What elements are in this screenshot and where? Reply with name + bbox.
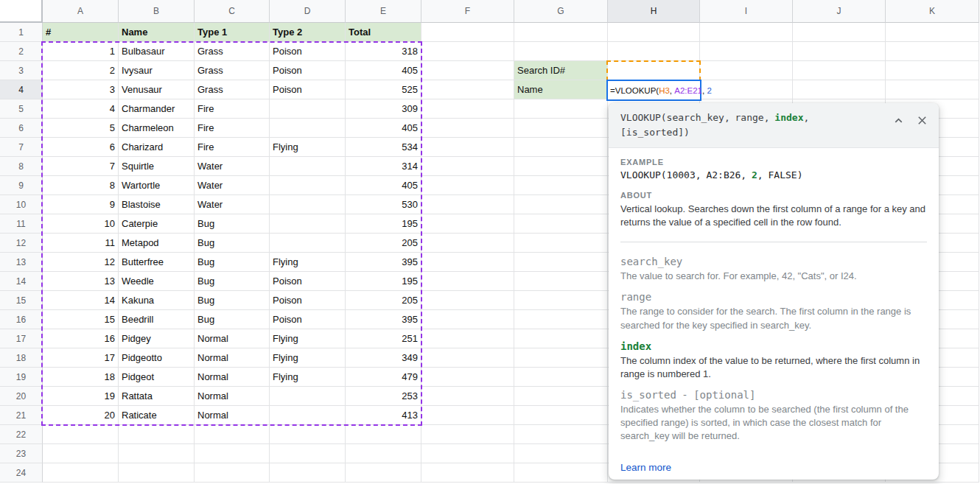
cell-F18[interactable] [421, 348, 514, 368]
cell-B20[interactable]: Rattata [119, 387, 195, 406]
cell-G4[interactable]: Name [514, 80, 608, 99]
cell-E6[interactable]: 405 [346, 119, 421, 138]
cell-D5[interactable] [270, 99, 346, 119]
cell-B15[interactable]: Kakuna [119, 291, 195, 310]
close-icon[interactable] [915, 113, 928, 127]
cell-B12[interactable]: Metapod [119, 234, 195, 253]
cell-D3[interactable]: Poison [270, 61, 346, 80]
cell-F11[interactable] [421, 214, 514, 234]
cell-F21[interactable] [421, 406, 514, 425]
cell-G5[interactable] [514, 99, 608, 119]
cell-G8[interactable] [514, 157, 608, 176]
cell-B7[interactable]: Charizard [119, 138, 195, 157]
cell-G6[interactable] [514, 119, 608, 138]
cell-H1[interactable] [608, 23, 700, 42]
cell-E13[interactable]: 395 [346, 253, 421, 272]
cell-C14[interactable]: Bug [195, 272, 270, 291]
cell-D21[interactable] [270, 406, 346, 425]
cell-D11[interactable] [270, 214, 346, 234]
cell-E7[interactable]: 534 [346, 138, 421, 157]
cell-B11[interactable]: Caterpie [119, 214, 195, 234]
cell-A7[interactable]: 6 [43, 138, 119, 157]
cell-F1[interactable] [421, 23, 514, 42]
cell-C2[interactable]: Grass [195, 42, 270, 61]
cell-G1[interactable] [514, 23, 608, 42]
collapse-icon[interactable] [892, 113, 905, 127]
cell-G16[interactable] [514, 310, 608, 329]
cell-B4[interactable]: Venusaur [119, 80, 195, 99]
cell-G22[interactable] [514, 425, 608, 444]
cell-C1[interactable]: Type 1 [195, 23, 270, 42]
formula-edit-box-H4[interactable]: =VLOOKUP(H3, A2:E21, 2 [606, 80, 701, 101]
cell-E14[interactable]: 195 [346, 272, 421, 291]
cell-D22[interactable] [270, 425, 346, 444]
cell-B1[interactable]: Name [119, 23, 195, 42]
cell-F3[interactable] [421, 61, 514, 80]
cell-F14[interactable] [421, 272, 514, 291]
cell-A3[interactable]: 2 [43, 61, 119, 80]
cell-C4[interactable]: Grass [195, 80, 270, 99]
row-header-5[interactable]: 5 [0, 99, 43, 119]
cell-A23[interactable] [43, 444, 119, 463]
cell-F8[interactable] [421, 157, 514, 176]
cell-E23[interactable] [346, 444, 421, 463]
row-header-14[interactable]: 14 [0, 272, 43, 291]
cell-C8[interactable]: Water [195, 157, 270, 176]
cell-D9[interactable] [270, 176, 346, 195]
row-header-4[interactable]: 4 [0, 80, 43, 99]
cell-F24[interactable] [421, 463, 514, 483]
cell-K3[interactable] [886, 61, 979, 80]
row-header-12[interactable]: 12 [0, 234, 43, 253]
cell-J3[interactable] [793, 61, 886, 80]
cell-D8[interactable] [270, 157, 346, 176]
cell-D6[interactable] [270, 119, 346, 138]
cell-G13[interactable] [514, 253, 608, 272]
cell-E4[interactable]: 525 [346, 80, 421, 99]
cell-F2[interactable] [421, 42, 514, 61]
cell-D1[interactable]: Type 2 [270, 23, 346, 42]
cell-D17[interactable]: Flying [270, 329, 346, 348]
cell-H2[interactable] [608, 42, 700, 61]
cell-A18[interactable]: 17 [43, 348, 119, 368]
cell-E9[interactable]: 405 [346, 176, 421, 195]
cell-A9[interactable]: 8 [43, 176, 119, 195]
cell-C5[interactable]: Fire [195, 99, 270, 119]
cell-D15[interactable]: Poison [270, 291, 346, 310]
cell-G10[interactable] [514, 195, 608, 214]
cell-E20[interactable]: 253 [346, 387, 421, 406]
cell-C17[interactable]: Normal [195, 329, 270, 348]
cell-A1[interactable]: # [43, 23, 119, 42]
cell-D16[interactable]: Poison [270, 310, 346, 329]
cell-G7[interactable] [514, 138, 608, 157]
cell-J4[interactable] [793, 80, 886, 99]
cell-C15[interactable]: Bug [195, 291, 270, 310]
column-header-I[interactable]: I [700, 0, 793, 23]
cell-F20[interactable] [421, 387, 514, 406]
column-header-A[interactable]: A [43, 0, 119, 23]
cell-G24[interactable] [514, 463, 608, 483]
cell-A4[interactable]: 3 [43, 80, 119, 99]
cell-C23[interactable] [195, 444, 270, 463]
cell-C16[interactable]: Bug [195, 310, 270, 329]
cell-E21[interactable]: 413 [346, 406, 421, 425]
cell-D24[interactable] [270, 463, 346, 483]
cell-A11[interactable]: 10 [43, 214, 119, 234]
cell-F23[interactable] [421, 444, 514, 463]
cell-D19[interactable]: Flying [270, 368, 346, 387]
cell-A12[interactable]: 11 [43, 234, 119, 253]
cell-B2[interactable]: Bulbasaur [119, 42, 195, 61]
cell-B23[interactable] [119, 444, 195, 463]
column-header-C[interactable]: C [195, 0, 270, 23]
cell-I1[interactable] [700, 23, 793, 42]
column-header-J[interactable]: J [793, 0, 886, 23]
cell-G15[interactable] [514, 291, 608, 310]
row-header-17[interactable]: 17 [0, 329, 43, 348]
cell-B3[interactable]: Ivysaur [119, 61, 195, 80]
row-header-11[interactable]: 11 [0, 214, 43, 234]
cell-G14[interactable] [514, 272, 608, 291]
cell-G20[interactable] [514, 387, 608, 406]
column-header-H[interactable]: H [608, 0, 700, 23]
column-header-E[interactable]: E [346, 0, 421, 23]
cell-F7[interactable] [421, 138, 514, 157]
cell-B19[interactable]: Pidgeot [119, 368, 195, 387]
